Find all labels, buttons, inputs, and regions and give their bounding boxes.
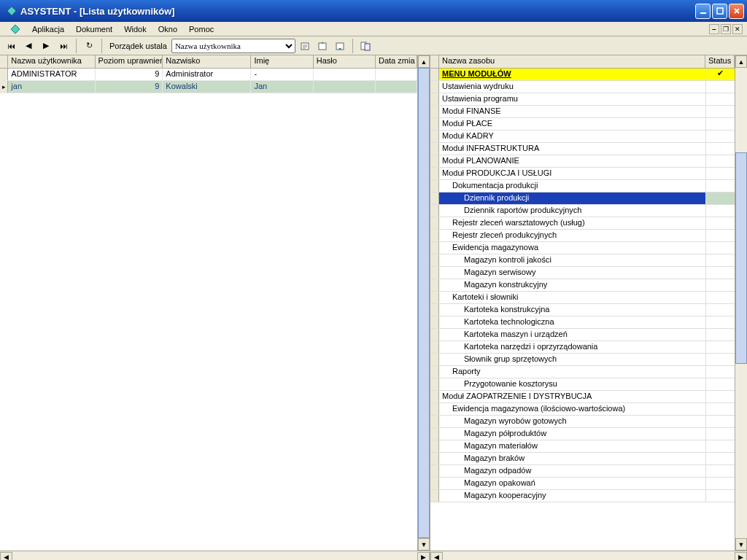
menu-help[interactable]: Pomoc [183, 23, 220, 35]
mdi-restore-button[interactable]: ❐ [721, 24, 731, 34]
table-row[interactable]: ADMINISTRATOR9Administrator- [0, 69, 417, 81]
scroll-up-button[interactable]: ▲ [735, 55, 747, 68]
resource-row[interactable]: Magazyn kontroli jakości [430, 254, 735, 267]
svg-rect-10 [365, 44, 370, 50]
col-status[interactable]: Status [705, 55, 735, 69]
resource-row[interactable]: Moduł PŁACE [430, 118, 735, 131]
toolbar: ⏮ ◀ ▶ ⏭ ↻ Porządek ustala Nazwa użytkown… [0, 36, 747, 55]
maximize-button[interactable] [712, 4, 727, 19]
svg-marker-5 [11, 25, 20, 34]
resources-grid[interactable]: Nazwa zasobu Status MENU MODUŁÓW✔Ustawie… [430, 55, 735, 551]
users-grid-body[interactable]: ADMINISTRATOR9Administrator-jan9Kowalski… [0, 69, 417, 551]
resource-row[interactable]: Rejestr zleceń warsztatowych (usług) [430, 217, 735, 230]
resource-row[interactable]: Kartoteka konstrukcyjna [430, 304, 735, 316]
scroll-down-button[interactable]: ▼ [735, 538, 747, 551]
titlebar: ASYSTENT - [Lista użytkowników] [0, 0, 747, 22]
svg-marker-0 [7, 7, 16, 15]
scroll-down-button[interactable]: ▼ [418, 538, 430, 551]
resources-vscroll[interactable]: ▲ ▼ [735, 55, 747, 551]
import-button[interactable] [332, 38, 348, 54]
menu-view[interactable]: Widok [118, 23, 152, 35]
scroll-right-button[interactable]: ▶ [417, 552, 430, 561]
resource-row[interactable]: Raporty [430, 366, 735, 378]
users-grid[interactable]: Nazwa użytkownika Poziom uprawnień Nazwi… [0, 55, 417, 551]
next-record-button[interactable]: ▶ [38, 38, 54, 54]
users-panel: Nazwa użytkownika Poziom uprawnień Nazwi… [0, 55, 430, 560]
resource-row[interactable]: Kartoteka maszyn i urządzeń [430, 329, 735, 341]
resource-row[interactable]: Magazyn opakowań [430, 478, 735, 490]
scroll-right-button[interactable]: ▶ [735, 552, 747, 561]
scroll-left-button[interactable]: ◀ [0, 552, 12, 561]
resource-row[interactable]: Ustawienia programu [430, 93, 735, 106]
export-button[interactable] [314, 38, 330, 54]
resource-row[interactable]: Kartoteka narzędzi i oprzyrządowania [430, 341, 735, 354]
resource-row[interactable]: Kartoteka technologiczna [430, 316, 735, 329]
resource-row[interactable]: Dokumentacja produkcji [430, 180, 735, 192]
resources-grid-body[interactable]: MENU MODUŁÓW✔Ustawienia wydrukuUstawieni… [430, 69, 735, 551]
resource-row[interactable]: Rejestr zleceń produkcyjnych [430, 230, 735, 242]
resource-row[interactable]: Magazyn kooperacyjny [430, 490, 735, 502]
resources-hscroll[interactable]: ◀ ▶ [430, 551, 747, 560]
col-user[interactable]: Nazwa użytkownika [8, 55, 95, 69]
users-hscroll[interactable]: ◀ ▶ [0, 551, 430, 560]
resources-grid-header: Nazwa zasobu Status [430, 55, 735, 69]
resource-row[interactable]: Moduł INFRASTRUKTURA [430, 143, 735, 155]
menu-doc[interactable]: Dokument [70, 23, 118, 35]
svg-rect-2 [717, 8, 723, 14]
scroll-left-button[interactable]: ◀ [430, 552, 443, 561]
resource-row[interactable]: Moduł FINANSE [430, 106, 735, 118]
close-button[interactable] [729, 4, 744, 19]
svg-rect-1 [700, 12, 706, 14]
resource-row[interactable]: Ewidencja magazynowa [430, 242, 735, 254]
order-label: Porządek ustala [107, 42, 170, 50]
svg-rect-7 [319, 43, 326, 50]
first-record-button[interactable]: ⏮ [3, 38, 19, 54]
resource-row[interactable]: Magazyn konstrukcyjny [430, 279, 735, 292]
resource-row[interactable]: Moduł PRODUKCJA I USŁUGI [430, 168, 735, 180]
resource-row[interactable]: Dziennik produkcji [430, 192, 735, 205]
workspace: Nazwa użytkownika Poziom uprawnień Nazwi… [0, 55, 747, 560]
app-icon [6, 5, 18, 17]
resource-row[interactable]: Magazyn półproduktów [430, 428, 735, 440]
resource-row[interactable]: Ustawienia wydruku [430, 81, 735, 93]
open-doc-button[interactable] [297, 38, 313, 54]
mdi-minimize-button[interactable]: ‒ [709, 24, 719, 34]
resource-row[interactable]: Przygotowanie kosztorysu [430, 378, 735, 391]
resource-row[interactable]: Dziennik raportów produkcyjnych [430, 205, 735, 217]
separator [101, 39, 102, 53]
users-vscroll[interactable]: ▲ ▼ [417, 55, 430, 551]
separator [352, 39, 353, 53]
resource-row[interactable]: Kartoteki i słowniki [430, 292, 735, 304]
resource-row[interactable]: Magazyn odpadów [430, 465, 735, 478]
resource-row[interactable]: Moduł KADRY [430, 131, 735, 143]
resource-row[interactable]: Moduł ZAOPATRZENIE I DYSTRYBUCJA [430, 391, 735, 403]
prev-record-button[interactable]: ◀ [20, 38, 36, 54]
resources-button[interactable] [357, 38, 374, 54]
users-grid-header: Nazwa użytkownika Poziom uprawnień Nazwi… [0, 55, 417, 69]
last-record-button[interactable]: ⏭ [55, 38, 71, 54]
col-password[interactable]: Hasło [314, 55, 376, 69]
resource-row[interactable]: Magazyn serwisowy [430, 267, 735, 279]
resource-row[interactable]: Moduł PLANOWANIE [430, 155, 735, 168]
resource-row[interactable]: Magazyn wyrobów gotowych [430, 416, 735, 428]
col-lastname[interactable]: Nazwisko [163, 55, 251, 69]
menubar: Aplikacja Dokument Widok Okno Pomoc ‒ ❐ … [0, 22, 747, 36]
menu-window[interactable]: Okno [152, 23, 183, 35]
col-firstname[interactable]: Imię [251, 55, 313, 69]
resource-row[interactable]: MENU MODUŁÓW✔ [430, 69, 735, 81]
col-resource-name[interactable]: Nazwa zasobu [439, 55, 705, 69]
resource-row[interactable]: Słownik grup sprzętowych [430, 354, 735, 366]
mdi-close-button[interactable]: ✕ [732, 24, 743, 34]
resource-row[interactable]: Magazyn braków [430, 453, 735, 465]
menu-app[interactable]: Aplikacja [26, 23, 70, 35]
col-date[interactable]: Data zmia [376, 55, 417, 69]
table-row[interactable]: jan9KowalskiJan [0, 81, 417, 93]
col-level[interactable]: Poziom uprawnień [96, 55, 163, 69]
resource-row[interactable]: Magazyn materiałów [430, 440, 735, 453]
order-select[interactable]: Nazwa użytkownika [171, 39, 295, 53]
refresh-button[interactable]: ↻ [81, 38, 97, 54]
minimize-button[interactable] [695, 4, 711, 19]
scroll-up-button[interactable]: ▲ [418, 55, 430, 68]
window-title: ASYSTENT - [Lista użytkowników] [20, 6, 695, 17]
resource-row[interactable]: Ewidencja magazynowa (ilościowo-wartości… [430, 403, 735, 416]
